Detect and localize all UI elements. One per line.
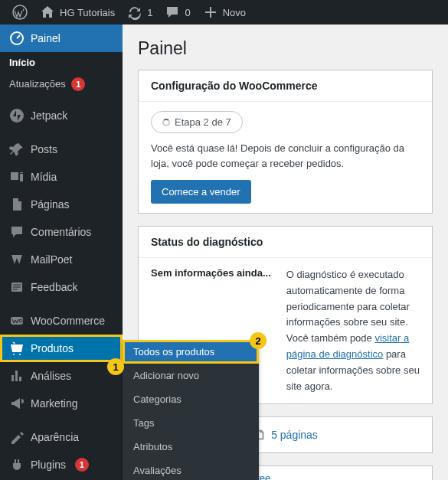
- menu-paginas[interactable]: Páginas: [0, 191, 123, 218]
- pages-count-link[interactable]: 5 páginas: [271, 429, 318, 441]
- spinner-icon: [162, 119, 170, 126]
- home-icon: [40, 5, 55, 20]
- comment-icon: [165, 5, 180, 20]
- flyout-all-products[interactable]: Todos os produtos: [123, 340, 259, 364]
- pin-icon: [9, 142, 25, 157]
- comments-count: 0: [185, 7, 190, 18]
- menu-plugins[interactable]: Plugins 1: [0, 451, 123, 478]
- admin-sidebar: Painel Início Atualizações 1 Jetpack Pos…: [0, 24, 123, 480]
- menu-comentarios[interactable]: Comentários: [0, 218, 123, 246]
- mailpoet-icon: [9, 252, 25, 267]
- media-icon: [9, 169, 25, 184]
- setup-header: Configuração do WooCommerce: [139, 70, 432, 102]
- flyout-reviews[interactable]: Avaliações: [123, 459, 259, 480]
- refresh-icon: [127, 5, 142, 20]
- jetpack-icon: [9, 108, 25, 123]
- submenu-atualizacoes[interactable]: Atualizações 1: [0, 73, 123, 96]
- diagnostic-header: Status do diagnóstico: [139, 227, 432, 258]
- pages-icon: [9, 197, 25, 212]
- annotation-1: 1: [107, 358, 124, 375]
- start-selling-button[interactable]: Comece a vender: [151, 180, 251, 204]
- annotation-2: 2: [250, 332, 267, 349]
- menu-woocommerce[interactable]: WooCommerce: [0, 307, 123, 335]
- dashboard-icon: [9, 31, 25, 46]
- diagnostic-text: O diagnóstico é executado automaticament…: [286, 267, 420, 394]
- new-link[interactable]: Novo: [197, 5, 252, 20]
- svg-point-2: [10, 109, 24, 122]
- new-label: Novo: [223, 7, 246, 18]
- admin-toolbar: HG Tutoriais 1 0 Novo: [0, 0, 448, 24]
- products-icon: [9, 341, 25, 356]
- step-label: Etapa 2 de 7: [175, 116, 231, 128]
- feedback-icon: [9, 279, 25, 295]
- flyout-categories[interactable]: Categorias: [123, 387, 259, 411]
- setup-step-pill: Etapa 2 de 7: [151, 111, 243, 133]
- comments-link[interactable]: 0: [159, 5, 196, 20]
- woocommerce-setup-card: Configuração do WooCommerce Etapa 2 de 7…: [138, 70, 433, 214]
- submenu-inicio[interactable]: Início: [0, 52, 123, 73]
- wordpress-icon: [12, 5, 28, 20]
- marketing-icon: [9, 396, 25, 411]
- comments-icon: [9, 224, 25, 240]
- flyout-tags[interactable]: Tags: [123, 411, 259, 435]
- page-title: Painel: [138, 24, 433, 70]
- setup-description: Você está quase lá! Depois de concluir a…: [151, 141, 420, 171]
- menu-midia[interactable]: Mídia: [0, 163, 123, 191]
- menu-feedback[interactable]: Feedback: [0, 273, 123, 301]
- plus-icon: [203, 5, 218, 20]
- updates-link[interactable]: 1: [121, 5, 159, 20]
- wp-logo[interactable]: [6, 5, 34, 20]
- plugins-icon: [9, 457, 25, 472]
- diagnostic-status: Sem informações ainda...: [151, 267, 271, 279]
- menu-jetpack[interactable]: Jetpack: [0, 102, 123, 129]
- woocommerce-icon: [9, 313, 25, 328]
- analytics-icon: [9, 368, 25, 384]
- menu-mailpoet[interactable]: MailPoet: [0, 246, 123, 273]
- produtos-flyout: Todos os produtos Adicionar novo Categor…: [123, 340, 259, 480]
- menu-painel[interactable]: Painel: [0, 24, 123, 52]
- appearance-icon: [9, 429, 25, 445]
- site-name: HG Tutoriais: [60, 7, 115, 18]
- menu-marketing[interactable]: Marketing: [0, 390, 123, 417]
- flyout-add-new[interactable]: Adicionar novo: [123, 364, 259, 387]
- menu-aparencia[interactable]: Aparência: [0, 423, 123, 451]
- menu-analises[interactable]: Análises: [0, 362, 123, 390]
- update-badge: 1: [71, 77, 85, 91]
- menu-posts[interactable]: Posts: [0, 136, 123, 163]
- flyout-attributes[interactable]: Atributos: [123, 435, 259, 459]
- plugins-badge: 1: [75, 458, 89, 472]
- site-name-link[interactable]: HG Tutoriais: [34, 5, 121, 20]
- updates-count: 1: [147, 7, 152, 18]
- menu-produtos[interactable]: Produtos: [0, 335, 123, 362]
